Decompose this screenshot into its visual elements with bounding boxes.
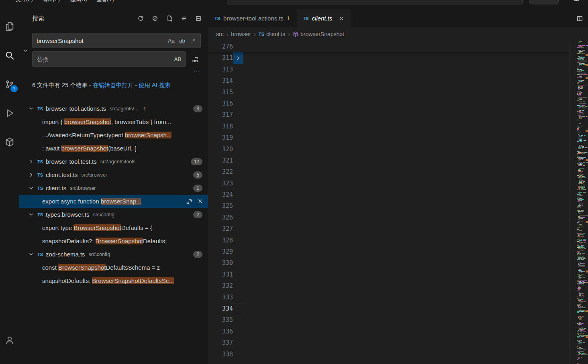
- fold-chevron-icon[interactable]: [233, 52, 243, 63]
- search-button[interactable]: [0, 46, 19, 65]
- breadcrumb-item[interactable]: browserSnapshot: [293, 31, 344, 37]
- chevron-right-icon[interactable]: [28, 159, 35, 165]
- code-line[interactable]: 322: [208, 166, 570, 177]
- search-match-row[interactable]: snapshotDefaults?: BrowserSnapshotDefaul…: [19, 234, 208, 248]
- command-center[interactable]: [227, 0, 523, 4]
- use-regex-button[interactable]: .*: [188, 36, 198, 46]
- chevron-right-icon[interactable]: [28, 172, 35, 178]
- code-line[interactable]: 331: [208, 269, 570, 280]
- back-icon[interactable]: [196, 0, 202, 1]
- code-line[interactable]: 328: [208, 235, 570, 246]
- chevron-down-icon[interactable]: [28, 251, 35, 257]
- code-line[interactable]: 326: [208, 212, 570, 223]
- code-line[interactable]: 316: [208, 98, 570, 109]
- chevron-down-icon[interactable]: [28, 185, 35, 191]
- editor-tab[interactable]: TSclient.ts: [296, 9, 351, 27]
- explorer-button[interactable]: [0, 17, 19, 36]
- overview-ruler-mark: [586, 221, 588, 223]
- code-line[interactable]: 313: [208, 64, 570, 75]
- code-line[interactable]: 337: [208, 337, 570, 348]
- code-line[interactable]: 333: [208, 292, 570, 303]
- close-icon[interactable]: [339, 16, 344, 21]
- code-line[interactable]: 321: [208, 155, 570, 166]
- search-details-toggle[interactable]: ···: [194, 67, 200, 75]
- extensions-button[interactable]: [0, 132, 19, 152]
- code-line[interactable]: 329: [208, 246, 570, 257]
- search-match-row[interactable]: export async function browserSnap...: [19, 195, 208, 208]
- search-match-row[interactable]: snapshotDefaults: BrowserSnapshotDefault…: [19, 274, 208, 287]
- accounts-button[interactable]: [0, 330, 19, 350]
- menu-item[interactable]: 查看(V): [93, 0, 117, 2]
- editor-tab[interactable]: TSbrowser-tool.actions.ts1: [208, 9, 296, 27]
- replace-all-button[interactable]: [190, 54, 201, 65]
- code-line[interactable]: 332: [208, 280, 570, 291]
- code-line[interactable]: 338: [208, 349, 570, 360]
- match-text: export async function browserSnap...: [42, 198, 141, 205]
- code-line[interactable]: 311: [208, 52, 570, 63]
- toggle-replace-button[interactable]: [22, 47, 31, 55]
- minimap[interactable]: [576, 41, 588, 364]
- gutter-fold-column: [233, 235, 243, 246]
- chevron-down-icon[interactable]: [28, 106, 35, 112]
- breadcrumb-item[interactable]: src: [216, 31, 224, 37]
- preserve-case-button[interactable]: AB: [173, 54, 183, 64]
- match-text: import { browserSnapshot, browserTabs } …: [42, 118, 171, 125]
- file-row[interactable]: TSbrowser-tool.actions.tssrc\agents\...1…: [19, 102, 208, 115]
- layout-icon[interactable]: [574, 0, 580, 2]
- open-in-editor-link[interactable]: 在编辑器中打开: [93, 82, 134, 88]
- code-line[interactable]: 319: [208, 132, 570, 143]
- code-line[interactable]: 336: [208, 326, 570, 337]
- chevron-down-icon[interactable]: [28, 211, 35, 218]
- gutter-fold-column: [233, 200, 243, 211]
- match-case-button[interactable]: Aa: [166, 36, 176, 46]
- search-input[interactable]: [37, 37, 166, 44]
- ai-search-link[interactable]: 使用 AI 搜索: [139, 82, 171, 88]
- replace-input[interactable]: [37, 56, 173, 63]
- menu-item[interactable]: 编辑(E): [39, 0, 63, 2]
- search-match-row[interactable]: import { browserSnapshot, browserTabs } …: [19, 115, 208, 128]
- breadcrumb-item[interactable]: browser: [231, 31, 251, 37]
- code-line[interactable]: 276: [208, 41, 570, 52]
- run-debug-button[interactable]: [0, 104, 19, 123]
- code-line[interactable]: 315: [208, 87, 570, 98]
- file-row[interactable]: TSbrowser-tool.test.tssrc\agents\tools12: [19, 155, 208, 168]
- split-editor-button[interactable]: [576, 15, 583, 22]
- code-line[interactable]: 327: [208, 223, 570, 234]
- code-line[interactable]: 325: [208, 200, 570, 211]
- search-match-row[interactable]: export type BrowserSnapshotDefaults = {: [19, 221, 208, 234]
- breadcrumb-item[interactable]: TSclient.ts: [259, 31, 286, 37]
- code-line[interactable]: 335: [208, 314, 570, 325]
- code-line[interactable]: 317: [208, 109, 570, 120]
- sticky-scroll[interactable]: 276: [208, 41, 570, 52]
- file-row[interactable]: TSclient.test.tssrc\browser5: [19, 168, 208, 181]
- search-match-row[interactable]: const BrowserSnapshotDefaultsSchema = z: [19, 261, 208, 274]
- collapse-all-button[interactable]: [194, 14, 203, 23]
- clear-search-results-button[interactable]: [150, 14, 160, 23]
- code-editor[interactable]: 276 311313314315316317318319320321322323…: [208, 41, 570, 364]
- menu-item[interactable]: 文件(F): [12, 0, 37, 2]
- code-line[interactable]: 334: [208, 303, 570, 314]
- search-match-row[interactable]: ...Awaited<ReturnType<typeof browserSnap…: [19, 128, 208, 142]
- new-search-editor-button[interactable]: [165, 14, 174, 23]
- overview-ruler-mark: [586, 130, 588, 132]
- code-line[interactable]: 320: [208, 144, 570, 155]
- open-in-editor-view-button[interactable]: [179, 14, 189, 23]
- file-row[interactable]: TSzod-schema.tssrc\config2: [19, 248, 208, 261]
- code-line[interactable]: 323: [208, 178, 570, 189]
- source-control-button[interactable]: 1: [0, 75, 19, 94]
- dismiss-match-icon[interactable]: [197, 198, 203, 205]
- search-match-row[interactable]: : await browserSnapshot(baseUrl, {: [19, 142, 208, 155]
- file-row[interactable]: TSclient.tssrc\browser1: [19, 181, 208, 195]
- code-line[interactable]: 330: [208, 257, 570, 268]
- replace-match-icon[interactable]: [186, 198, 192, 205]
- file-row[interactable]: TStypes.browser.tssrc\config2: [19, 208, 208, 221]
- titlebar-button[interactable]: [529, 0, 559, 4]
- typescript-file-icon: TS: [259, 32, 264, 37]
- editor-scrollbar[interactable]: [570, 41, 576, 364]
- refresh-button[interactable]: [136, 14, 145, 23]
- code-line[interactable]: 324: [208, 189, 570, 200]
- menu-item[interactable]: 选择(S): [66, 0, 90, 2]
- whole-word-button[interactable]: ab: [177, 36, 187, 46]
- code-line[interactable]: 314: [208, 75, 570, 86]
- code-line[interactable]: 318: [208, 121, 570, 132]
